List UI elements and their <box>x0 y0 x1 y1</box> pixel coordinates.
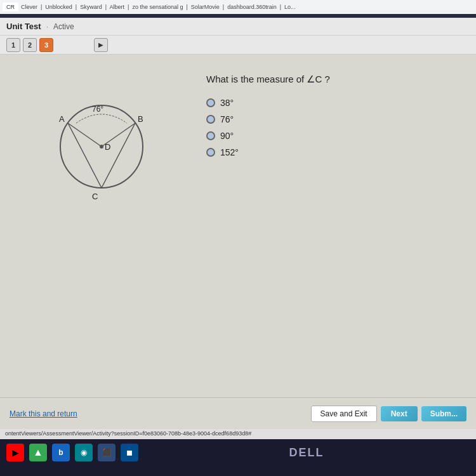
option-3[interactable]: 90° <box>206 131 460 141</box>
app-status: Active <box>53 22 74 31</box>
radio-3[interactable] <box>206 131 215 140</box>
browser-chrome: CR Clever | Unblocked | Skyward | Albert… <box>0 0 476 14</box>
question-tabs: 1 2 3 ▶ <box>0 36 476 55</box>
taskbar-center: DELL <box>143 446 470 459</box>
browser-tab-list: Clever | Unblocked | Skyward | Albert | … <box>21 4 296 10</box>
submit-button[interactable]: Subm... <box>421 406 466 421</box>
option-2[interactable]: 76° <box>206 114 460 124</box>
taskbar-dark-icon[interactable]: ⬛ <box>98 444 116 461</box>
options-list: 38° 76° 90° 152° <box>206 98 460 157</box>
option-4[interactable]: 152° <box>206 147 460 157</box>
option-label-1: 38° <box>220 98 234 108</box>
mark-return-link[interactable]: Mark this and return <box>10 409 77 418</box>
save-exit-button[interactable]: Save and Exit <box>311 406 377 422</box>
taskbar-blue-icon[interactable]: b <box>52 444 70 461</box>
browser-tab[interactable]: CR <box>3 3 18 11</box>
taskbar: ▶ ▲ b ◉ ⬛ ◼ DELL <box>0 439 476 466</box>
point-b-label: B <box>138 114 143 124</box>
app-title: Unit Test <box>6 22 41 31</box>
option-label-4: 152° <box>220 147 239 157</box>
url-text: ontentViewers/AssessmentViewer/Activity?… <box>5 430 251 437</box>
angle-label: 76° <box>92 105 103 114</box>
question-area: What is the measure of ∠C ? 38° 76° 90° … <box>200 67 466 308</box>
tab-1[interactable]: 1 <box>6 38 20 52</box>
main-content: A B D C 76° What is the measure of ∠C ? … <box>0 55 476 321</box>
footer-area: Mark this and return Save and Exit Next … <box>0 397 476 429</box>
tab-next-btn[interactable]: ▶ <box>94 38 108 52</box>
content-spacer <box>0 321 476 397</box>
tab-2[interactable]: 2 <box>23 38 37 52</box>
svg-line-2 <box>68 123 102 147</box>
app-header: Unit Test · Active <box>0 18 476 36</box>
radio-4[interactable] <box>206 148 215 157</box>
point-d-label: D <box>105 142 110 152</box>
svg-line-4 <box>68 123 102 188</box>
tab-3[interactable]: 3 <box>39 38 53 52</box>
dell-logo: DELL <box>289 446 324 459</box>
svg-line-5 <box>102 123 135 188</box>
option-label-2: 76° <box>220 114 234 124</box>
taskbar-youtube-icon[interactable]: ▶ <box>6 444 24 461</box>
point-c-label: C <box>92 192 98 201</box>
radio-1[interactable] <box>206 98 215 107</box>
next-button[interactable]: Next <box>381 406 418 421</box>
question-text: What is the measure of ∠C ? <box>206 74 460 85</box>
radio-2[interactable] <box>206 115 215 124</box>
option-1[interactable]: 38° <box>206 98 460 108</box>
circle-diagram: A B D C 76° <box>35 74 162 201</box>
taskbar-dark2-icon[interactable]: ◼ <box>121 444 138 461</box>
point-a-label: A <box>59 114 65 124</box>
option-label-3: 90° <box>220 131 234 141</box>
header-separator: · <box>46 22 48 31</box>
taskbar-teal-icon[interactable]: ◉ <box>75 444 93 461</box>
diagram-area: A B D C 76° <box>10 67 187 308</box>
url-bar: ontentViewers/AssessmentViewer/Activity?… <box>0 429 476 439</box>
footer-buttons: Save and Exit Next Subm... <box>311 406 466 422</box>
taskbar-drive-icon[interactable]: ▲ <box>29 444 47 461</box>
